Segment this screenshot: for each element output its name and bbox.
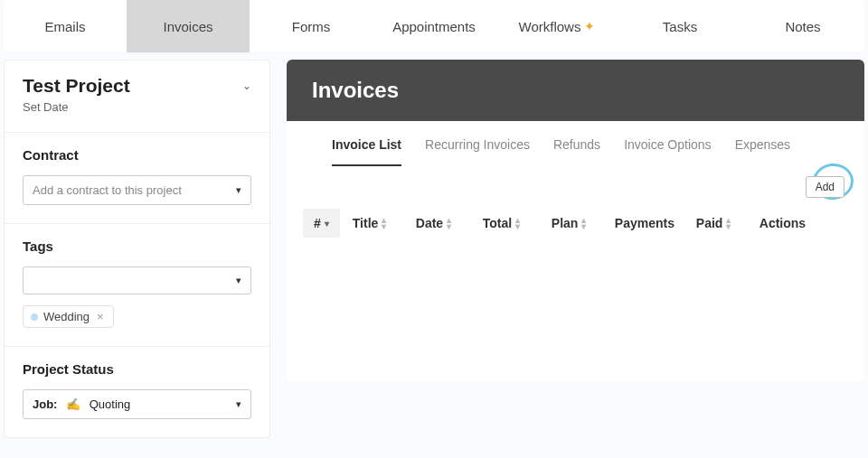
col-title[interactable]: Title ▴▾ [353, 216, 416, 230]
sort-icon: ▴▾ [447, 217, 451, 229]
table-header: # ▾ Title ▴▾ Date ▴▾ Total ▴▾ Plan ▴▾ [287, 209, 864, 247]
status-value: Job: ✍ Quoting [33, 397, 130, 411]
col-number[interactable]: # ▾ [303, 209, 340, 238]
tab-emails[interactable]: Emails [4, 0, 127, 52]
sort-icon: ▴▾ [726, 217, 731, 229]
col-label: Total [483, 216, 512, 230]
contract-heading: Contract [23, 147, 251, 163]
sidebar: Test Project ⌄ Set Date Contract Add a c… [4, 60, 270, 438]
col-label: Paid [696, 216, 723, 230]
sub-nav: Invoice List Recurring Invoices Refunds … [287, 121, 864, 167]
main-area: Invoices Invoice List Recurring Invoices… [287, 60, 864, 438]
add-row: Add [287, 167, 864, 209]
project-title: Test Project [23, 75, 130, 97]
invoices-panel: Invoices Invoice List Recurring Invoices… [287, 60, 864, 382]
col-paid[interactable]: Paid ▴▾ [696, 216, 760, 230]
tags-heading: Tags [23, 238, 251, 254]
top-nav: Emails Invoices Forms Appointments Workf… [4, 0, 864, 52]
job-value: Quoting [90, 397, 131, 411]
table-body-empty [287, 247, 864, 382]
sort-icon: ▴▾ [581, 217, 586, 229]
col-actions: Actions [760, 216, 823, 230]
col-label: Title [353, 216, 379, 230]
subtab-expenses[interactable]: Expenses [735, 137, 790, 166]
col-plan[interactable]: Plan ▴▾ [552, 216, 615, 230]
col-label: Payments [615, 216, 675, 230]
tab-invoices[interactable]: Invoices [127, 0, 250, 52]
subtab-options[interactable]: Invoice Options [624, 137, 712, 166]
col-label: # [314, 216, 321, 230]
subtab-recurring[interactable]: Recurring Invoices [425, 137, 530, 166]
tag-remove-icon[interactable]: × [95, 310, 106, 323]
add-button[interactable]: Add [806, 176, 844, 198]
tab-label: Emails [44, 19, 85, 34]
tag-label: Wedding [43, 310, 90, 323]
sort-icon: ▴▾ [382, 217, 386, 229]
col-label: Actions [760, 216, 806, 230]
status-section: Project Status Job: ✍ Quoting ▾ [5, 346, 269, 437]
tags-section: Tags ▾ Wedding × [5, 223, 269, 346]
tab-forms[interactable]: Forms [250, 0, 373, 52]
caret-down-icon: ▾ [325, 219, 329, 229]
tab-workflows[interactable]: Workflows✦ [495, 0, 618, 52]
contract-placeholder: Add a contract to this project [33, 183, 182, 197]
tag-chip: Wedding × [23, 305, 114, 328]
chevron-down-icon[interactable]: ⌄ [242, 79, 251, 92]
contract-section: Contract Add a contract to this project … [5, 132, 269, 223]
col-date[interactable]: Date ▴▾ [416, 216, 483, 230]
tab-appointments[interactable]: Appointments [373, 0, 495, 52]
col-payments[interactable]: Payments [615, 216, 696, 230]
caret-down-icon: ▾ [236, 275, 241, 286]
tab-label: Invoices [163, 19, 212, 34]
subtab-invoice-list[interactable]: Invoice List [332, 137, 401, 166]
quoting-icon: ✍ [66, 397, 80, 411]
status-heading: Project Status [23, 361, 251, 377]
panel-title: Invoices [287, 60, 864, 121]
col-label: Date [416, 216, 443, 230]
status-select[interactable]: Job: ✍ Quoting ▾ [23, 389, 251, 419]
sort-icon: ▴▾ [515, 217, 520, 229]
contract-select[interactable]: Add a contract to this project ▾ [23, 175, 251, 205]
tag-dot-icon [31, 313, 38, 321]
tab-notes[interactable]: Notes [741, 0, 864, 52]
tab-label: Forms [292, 19, 331, 34]
tab-label: Notes [785, 19, 820, 34]
tags-select[interactable]: ▾ [23, 266, 251, 294]
job-label: Job: [33, 397, 57, 411]
tab-label: Appointments [392, 19, 476, 34]
tab-tasks[interactable]: Tasks [618, 0, 741, 52]
tab-label: Workflows [519, 19, 581, 34]
subtab-refunds[interactable]: Refunds [553, 137, 600, 166]
set-date-link[interactable]: Set Date [23, 100, 251, 114]
caret-down-icon: ▾ [236, 184, 241, 196]
tab-label: Tasks [663, 19, 697, 34]
col-label: Plan [552, 216, 579, 230]
sparkle-icon: ✦ [584, 19, 595, 33]
caret-down-icon: ▾ [236, 398, 241, 410]
project-header-section: Test Project ⌄ Set Date [5, 61, 269, 132]
col-total[interactable]: Total ▴▾ [483, 216, 552, 230]
